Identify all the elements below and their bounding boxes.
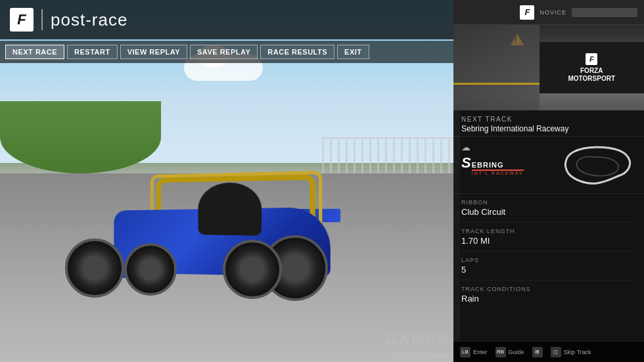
hint-label: Enter <box>473 349 488 355</box>
nav-button-view-replay[interactable]: VIEW REPLAY <box>120 45 187 59</box>
next-track-section: NEXT TRACK Sebring International Raceway <box>453 110 644 137</box>
stat-row-ribbon: RIBBON Club Circuit <box>461 194 636 223</box>
hint-key-button: ◻ <box>551 347 561 357</box>
car-body <box>52 183 380 301</box>
car-display <box>19 84 426 307</box>
profile-logo-letter: F <box>525 7 530 17</box>
profile-bar: F NOVICE <box>453 0 644 25</box>
page-title: post-race <box>51 10 127 30</box>
sebring-subtitle: INT'L RACEWAY <box>472 171 524 175</box>
stat-value: 1.70 MI <box>461 236 636 246</box>
forza-logo-letter: F <box>17 11 26 28</box>
next-track-value: Sebring International Raceway <box>461 124 636 133</box>
sebring-logo-container: S EBRING INT'L RACEWAY <box>461 154 524 175</box>
track-preview-image: F FORZAMOTORSPORT <box>453 25 644 110</box>
stat-value: 5 <box>461 265 636 275</box>
stat-label: TRACK CONDITIONS <box>461 286 636 292</box>
forza-logo: F <box>10 8 34 32</box>
hint-label: Skip Track <box>564 349 591 355</box>
banner-f: F <box>589 55 594 63</box>
hint-item-Guide: RB Guide <box>495 347 524 357</box>
header-divider <box>41 9 43 30</box>
nav-button-exit[interactable]: EXIT <box>337 45 369 59</box>
forza-motorsport-banner: F FORZAMOTORSPORT <box>540 42 645 93</box>
banner-text: FORZAMOTORSPORT <box>568 67 615 83</box>
stat-value: Club Circuit <box>461 207 636 217</box>
map-section: S EBRING INT'L RACEWAY ☁ <box>453 137 644 194</box>
car-cockpit <box>198 183 262 236</box>
nav-button-race-results[interactable]: RACE RESULTS <box>260 45 334 59</box>
stat-row-track-conditions: TRACK CONDITIONS Rain <box>461 281 636 309</box>
stat-row-laps: LAPS 5 <box>461 252 636 281</box>
wheel-front-right <box>124 243 177 296</box>
stat-value: Rain <box>461 294 636 304</box>
wheel-front-left <box>65 238 124 298</box>
header-bar: F post-race <box>0 0 460 39</box>
hint-key-button: LB <box>460 347 471 357</box>
nav-button-save-replay[interactable]: SAVE REPLAY <box>190 45 258 59</box>
banner-logo: F <box>586 53 597 65</box>
next-track-label: NEXT TRACK <box>461 116 636 123</box>
hint-key-button: RB <box>495 347 506 357</box>
bottom-hint-bar: LB Enter RB Guide ⊞ ◻ Skip Track <box>453 341 644 362</box>
stat-label: TRACK LENGTH <box>461 228 636 235</box>
sebring-name: EBRING <box>472 161 524 169</box>
nav-button-next-race[interactable]: NEXT RACE <box>5 45 64 59</box>
stat-row-track-length: TRACK LENGTH 1.70 MI <box>461 223 636 252</box>
track-map-svg <box>561 144 633 187</box>
weather-cloud-icon: ☁ <box>461 142 471 152</box>
stat-label: LAPS <box>461 257 636 263</box>
profile-difficulty-label: NOVICE <box>540 9 566 16</box>
hint-item-Enter: LB Enter <box>460 347 488 357</box>
hint-key-button: ⊞ <box>532 347 543 357</box>
stat-label: RIBBON <box>461 199 636 206</box>
nav-bar: NEXT RACERESTARTVIEW REPLAYSAVE REPLAYRA… <box>0 41 460 63</box>
nav-button-restart[interactable]: RESTART <box>67 45 118 59</box>
hint-item-⊞: ⊞ <box>532 347 543 357</box>
profile-name-bar <box>572 8 637 17</box>
right-panel: F NOVICE F FORZAMOTORSPORT NEXT TRACK Se… <box>453 0 644 362</box>
track-map-container <box>557 142 636 188</box>
profile-forza-logo: F <box>520 5 534 20</box>
sebring-s: S <box>461 154 471 171</box>
hint-label: Guide <box>509 349 524 355</box>
stats-section: RIBBON Club Circuit TRACK LENGTH 1.70 MI… <box>453 194 644 341</box>
hint-item-Skip Track: ◻ Skip Track <box>551 347 591 357</box>
